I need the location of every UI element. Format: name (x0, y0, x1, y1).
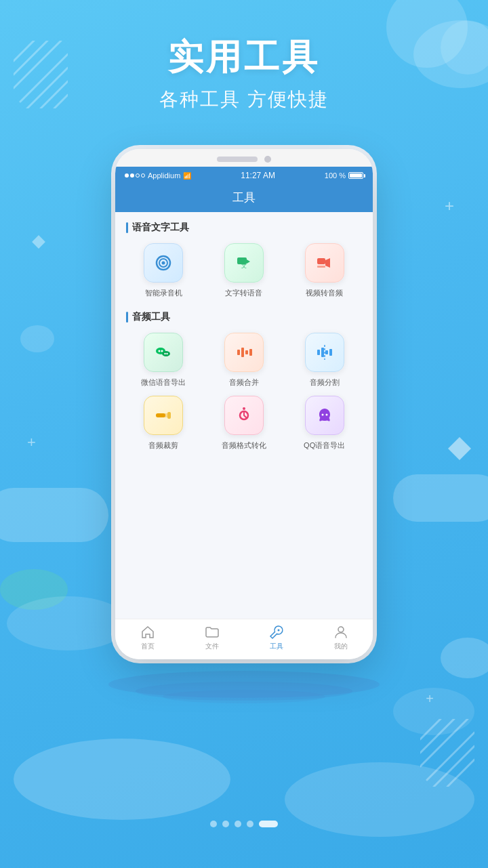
wechat-label: 微信语音导出 (141, 377, 186, 387)
tab-mine-label: 我的 (334, 642, 348, 651)
svg-rect-40 (325, 350, 328, 354)
bg-blob-green (0, 569, 68, 610)
svg-point-20 (163, 690, 325, 703)
bg-plus-left: + (27, 434, 36, 451)
qq-icon (305, 396, 344, 435)
tool-split[interactable]: 音频分割 (287, 333, 362, 387)
recorder-label: 智能录音机 (145, 288, 182, 297)
bg-diamond-tl (32, 235, 45, 249)
format-icon (224, 396, 264, 435)
split-icon (305, 333, 344, 372)
tools-icon (269, 625, 284, 640)
tts-icon: 文 (224, 243, 264, 283)
tool-format[interactable]: 音频格式转化 (207, 396, 282, 450)
nav-title: 工具 (125, 190, 363, 205)
svg-line-12 (447, 760, 474, 787)
battery-icon (348, 172, 363, 179)
svg-rect-36 (245, 350, 248, 354)
split-label: 音频分割 (310, 377, 340, 387)
section-audio-title: 音频工具 (126, 311, 362, 323)
tab-tools-label: 工具 (270, 642, 283, 651)
bg-plus-right: + (445, 197, 454, 215)
phone-top-bar (115, 149, 373, 167)
svg-rect-41 (329, 349, 332, 356)
phone-mockup: Applidium 📶 11:27 AM 100 % 工具 语音文字工具 (115, 149, 373, 659)
svg-point-33 (167, 353, 168, 354)
svg-point-16 (14, 739, 230, 820)
dot1 (125, 173, 129, 178)
svg-text:文: 文 (241, 263, 247, 269)
status-time: 11:27 AM (241, 171, 275, 180)
svg-rect-34 (237, 350, 240, 355)
bg-diamond-right (448, 437, 471, 460)
svg-rect-39 (321, 348, 324, 357)
dot4 (141, 173, 145, 178)
bg-lines-br (420, 719, 474, 787)
page-dot-1 (210, 821, 217, 827)
person-icon (333, 625, 348, 640)
svg-point-19 (136, 682, 352, 701)
svg-rect-44 (156, 413, 165, 417)
svg-point-50 (277, 629, 279, 632)
svg-rect-38 (317, 350, 320, 355)
home-icon (140, 625, 155, 640)
pagination (210, 821, 278, 827)
bg-cloud-right (393, 474, 488, 522)
tab-files[interactable]: 文件 (180, 625, 244, 651)
tab-mine[interactable]: 我的 (308, 625, 373, 651)
dot2 (130, 173, 134, 178)
bg-cloud-left (0, 488, 108, 542)
section-2-label: 音频工具 (132, 311, 170, 323)
page-dot-3 (235, 821, 241, 827)
section-bar-1 (126, 222, 128, 233)
tab-bar: 首页 文件 工具 我的 (115, 619, 373, 659)
video-audio-icon (305, 243, 344, 283)
tab-tools[interactable]: 工具 (244, 625, 308, 651)
svg-line-8 (420, 719, 454, 753)
merge-icon (224, 333, 264, 372)
status-right: 100 % (325, 171, 363, 180)
header-section: 实用工具 各种工具 方便快捷 (0, 34, 488, 112)
dot3 (136, 173, 140, 178)
svg-point-48 (321, 413, 323, 415)
tts-label: 文字转语音 (225, 288, 262, 297)
page-dot-5 (259, 821, 278, 827)
section-voice-text-title: 语音文字工具 (126, 222, 362, 234)
battery-percent: 100 % (325, 171, 346, 180)
tool-cut[interactable]: 音频裁剪 (126, 396, 201, 450)
carrier-name: Applidium (148, 171, 180, 180)
tool-wechat-export[interactable]: 微信语音导出 (126, 333, 201, 387)
voice-text-grid: 智能录音机 文 文字转语音 (126, 243, 362, 297)
tool-qq-export[interactable]: QQ语音导出 (287, 396, 362, 450)
page-dot-2 (222, 821, 229, 827)
svg-point-29 (159, 350, 161, 352)
tool-video-audio[interactable]: 视频转音频 (287, 243, 362, 297)
svg-rect-45 (167, 412, 171, 419)
tool-merge[interactable]: 音频合并 (207, 333, 282, 387)
cut-label: 音频裁剪 (148, 440, 178, 450)
tab-home[interactable]: 首页 (115, 625, 180, 651)
audio-grid: 微信语音导出 音频合并 (126, 333, 362, 450)
svg-point-51 (338, 627, 344, 632)
tool-tts[interactable]: 文 文字转语音 (207, 243, 282, 297)
bg-plus-right2: + (426, 691, 434, 707)
folder-icon (205, 625, 220, 640)
qq-label: QQ语音导出 (304, 440, 345, 450)
format-label: 音频格式转化 (222, 440, 266, 450)
merge-label: 音频合并 (229, 377, 259, 387)
bg-blob-br (441, 638, 488, 678)
navigation-bar: 工具 (115, 184, 373, 212)
status-left: Applidium 📶 (125, 171, 191, 180)
phone-camera (264, 156, 271, 163)
cut-icon (144, 396, 183, 435)
signal-dots (125, 173, 145, 178)
tool-recorder[interactable]: 智能录音机 (126, 243, 201, 297)
tab-home-label: 首页 (141, 642, 155, 651)
svg-rect-35 (241, 348, 244, 357)
wechat-icon (144, 333, 183, 372)
wifi-icon: 📶 (183, 172, 191, 180)
svg-rect-37 (249, 349, 252, 356)
svg-point-23 (162, 262, 165, 265)
svg-rect-26 (317, 258, 325, 264)
section-bar-2 (126, 312, 128, 323)
